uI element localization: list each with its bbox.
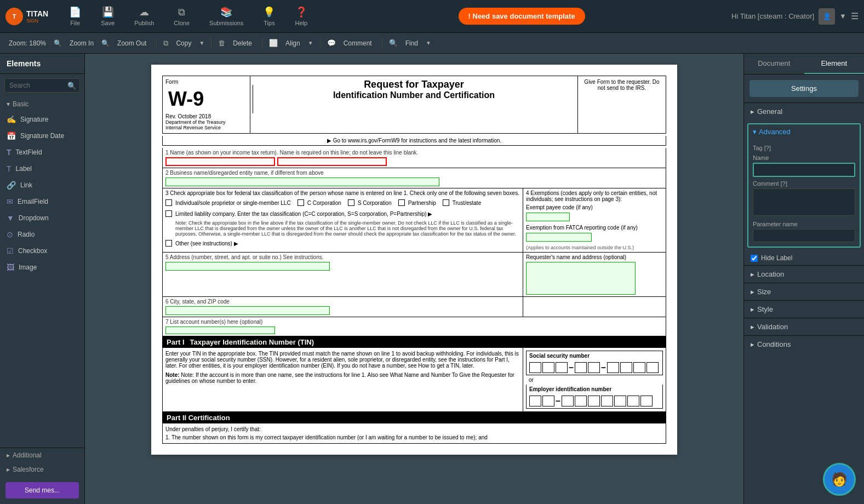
sidebar-item-signature-date[interactable]: 📅 Signature Date: [0, 128, 84, 144]
ssn-box-6[interactable]: [607, 362, 619, 373]
sidebar-item-textfield[interactable]: T TextField: [0, 144, 84, 161]
salesforce-section-header[interactable]: ▸ Salesforce: [0, 462, 84, 477]
ein-box-1[interactable]: [529, 396, 541, 406]
send-message-button[interactable]: Send mes...: [5, 482, 79, 499]
sidebar-item-radio[interactable]: ⊙ Radio: [0, 226, 84, 243]
sidebar-item-link[interactable]: 🔗 Link: [0, 177, 84, 193]
scorp-checkbox[interactable]: [348, 199, 354, 206]
align-button[interactable]: Align: [282, 38, 304, 49]
ein-box-5[interactable]: [588, 396, 600, 406]
ein-box-3[interactable]: [562, 396, 574, 406]
copy-chevron[interactable]: ▼: [199, 40, 204, 46]
other-checkbox[interactable]: [165, 240, 172, 247]
ein-box-8[interactable]: [627, 396, 639, 406]
name-input-1[interactable]: [165, 157, 275, 166]
comment-button[interactable]: Comment: [340, 38, 375, 49]
basic-section-header[interactable]: ▾ Basic: [0, 97, 84, 111]
ssn-box-7[interactable]: [620, 362, 632, 373]
find-chevron[interactable]: ▼: [426, 40, 431, 46]
settings-button[interactable]: Settings: [749, 80, 859, 97]
additional-section-header[interactable]: ▸ Additional: [0, 448, 84, 462]
zoom-out-button[interactable]: Zoom Out: [114, 38, 150, 49]
nav-file[interactable]: 📄 File: [65, 3, 85, 29]
fatca-input[interactable]: [526, 233, 592, 242]
alert-button[interactable]: ! Need save document template: [459, 8, 585, 25]
form-number: W-9: [165, 85, 253, 113]
requester-input[interactable]: [526, 262, 636, 295]
nav-submissions[interactable]: 📚 Submissions: [205, 3, 248, 29]
publish-icon: ☁: [139, 6, 149, 18]
ssn-box-8[interactable]: [633, 362, 645, 373]
delete-button[interactable]: Delete: [230, 38, 255, 49]
copy-button[interactable]: Copy: [173, 38, 194, 49]
signature-icon: ✍: [7, 115, 16, 124]
location-section-title[interactable]: ▸ Location: [744, 266, 864, 283]
name-input-2[interactable]: [277, 157, 387, 166]
address-input[interactable]: [165, 262, 330, 271]
align-chevron[interactable]: ▼: [308, 40, 313, 46]
user-avatar[interactable]: 👤: [819, 8, 835, 25]
style-section-title[interactable]: ▸ Style: [744, 301, 864, 318]
ein-box-2[interactable]: [542, 396, 554, 406]
link-icon: 🔗: [7, 181, 16, 190]
advanced-header[interactable]: ▾ Advanced: [748, 124, 860, 139]
chevron-down-icon[interactable]: ▼: [839, 12, 846, 20]
nav-save[interactable]: 💾 Save: [96, 3, 119, 29]
hide-label-checkbox[interactable]: [751, 255, 758, 262]
separator5: [382, 38, 382, 49]
validation-section: ▸ Validation: [744, 318, 864, 335]
llc-checkbox[interactable]: [165, 210, 172, 217]
tab-document[interactable]: Document: [744, 54, 804, 74]
param-name-label: Parameter name: [753, 221, 855, 227]
ssn-box-2[interactable]: [542, 362, 554, 373]
size-section-title[interactable]: ▸ Size: [744, 283, 864, 300]
textfield-icon: T: [7, 148, 12, 157]
name-input[interactable]: [753, 163, 855, 177]
ein-box-4[interactable]: [575, 396, 587, 406]
nav-tips[interactable]: 💡 Tips: [259, 3, 279, 29]
ssn-box-4[interactable]: [575, 362, 587, 373]
other-checkbox-row: Other (see instructions) ▶: [165, 239, 520, 248]
param-name-input[interactable]: [753, 229, 855, 242]
validation-section-title[interactable]: ▸ Validation: [744, 318, 864, 335]
tin-col: Social security number – –: [523, 348, 666, 411]
general-section-title[interactable]: ▸ General: [744, 103, 864, 120]
nav-publish[interactable]: ☁ Publish: [130, 3, 158, 29]
partnership-checkbox[interactable]: [398, 199, 405, 206]
ssn-box-1[interactable]: [529, 362, 541, 373]
city-input[interactable]: [165, 306, 330, 315]
ein-box-6[interactable]: [601, 396, 613, 406]
sidebar-item-dropdown[interactable]: ▼ Dropdown: [0, 210, 84, 226]
exempt-payee-input[interactable]: [526, 213, 570, 221]
menu-icon[interactable]: ☰: [851, 11, 859, 21]
comment-textarea[interactable]: [753, 188, 855, 216]
sidebar-item-checkbox[interactable]: ☑ Checkbox: [0, 243, 84, 259]
sidebar-item-signature[interactable]: ✍ Signature: [0, 111, 84, 128]
w9-header: Form W-9 Rev. October 2018 Department of…: [162, 76, 666, 134]
nav-clone[interactable]: ⧉ Clone: [169, 4, 194, 29]
tips-icon: 💡: [263, 6, 275, 18]
ssn-box-5[interactable]: [588, 362, 600, 373]
sidebar-item-label[interactable]: T Label: [0, 161, 84, 177]
chevron-right-icon-general: ▸: [751, 107, 754, 116]
ein-box-9[interactable]: [640, 396, 653, 406]
account-input[interactable]: [165, 327, 275, 334]
ssn-box-9[interactable]: [646, 362, 659, 373]
canvas-area[interactable]: Form W-9 Rev. October 2018 Department of…: [85, 54, 743, 504]
individual-checkbox[interactable]: [165, 199, 172, 206]
sidebar-item-emailfield[interactable]: ✉ EmailField: [0, 193, 84, 210]
sidebar-item-image[interactable]: 🖼 Image: [0, 259, 84, 276]
helper-avatar[interactable]: 🧑: [823, 463, 856, 496]
hide-label-row: Hide Label: [744, 251, 864, 265]
conditions-section-title[interactable]: ▸ Conditions: [744, 336, 864, 353]
business-name-input[interactable]: [165, 177, 439, 186]
nav-help[interactable]: ❓ Help: [290, 3, 312, 29]
find-button[interactable]: Find: [402, 38, 421, 49]
general-section: ▸ General: [744, 102, 864, 120]
zoom-in-button[interactable]: Zoom In: [66, 38, 97, 49]
trust-checkbox[interactable]: [443, 199, 449, 206]
ssn-box-3[interactable]: [556, 362, 568, 373]
tab-element[interactable]: Element: [804, 54, 865, 74]
ein-box-7[interactable]: [614, 396, 626, 406]
ccorp-checkbox[interactable]: [297, 199, 304, 206]
